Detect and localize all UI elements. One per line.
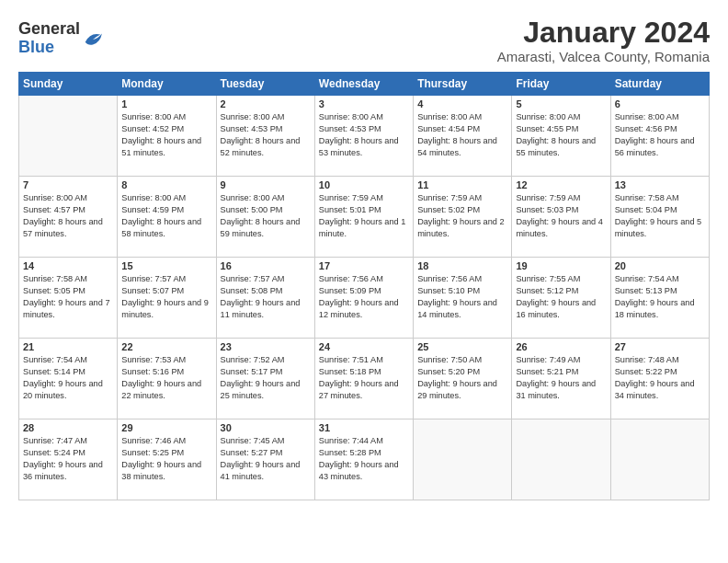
day-info: Sunrise: 7:53 AMSunset: 5:16 PMDaylight:…: [121, 354, 211, 402]
week-row-4: 21Sunrise: 7:54 AMSunset: 5:14 PMDayligh…: [19, 339, 710, 419]
calendar-cell: 13Sunrise: 7:58 AMSunset: 5:04 PMDayligh…: [610, 177, 709, 258]
logo: General Blue: [18, 20, 103, 57]
calendar-cell: 7Sunrise: 8:00 AMSunset: 4:57 PMDaylight…: [19, 177, 118, 258]
day-number: 1: [121, 98, 211, 109]
calendar-cell: 4Sunrise: 8:00 AMSunset: 4:54 PMDaylight…: [414, 96, 512, 177]
calendar-cell: 22Sunrise: 7:53 AMSunset: 5:16 PMDayligh…: [118, 339, 216, 419]
calendar-cell: [512, 419, 610, 500]
day-info: Sunrise: 7:58 AMSunset: 5:04 PMDaylight:…: [615, 192, 705, 240]
calendar-cell: 14Sunrise: 7:58 AMSunset: 5:05 PMDayligh…: [19, 258, 118, 339]
day-info: Sunrise: 8:00 AMSunset: 5:00 PMDaylight:…: [221, 192, 311, 240]
day-info: Sunrise: 7:58 AMSunset: 5:05 PMDaylight:…: [23, 273, 113, 321]
week-row-1: 1Sunrise: 8:00 AMSunset: 4:52 PMDaylight…: [19, 96, 710, 177]
day-number: 25: [417, 341, 507, 352]
calendar-cell: 3Sunrise: 8:00 AMSunset: 4:53 PMDaylight…: [314, 96, 413, 177]
calendar-cell: 11Sunrise: 7:59 AMSunset: 5:02 PMDayligh…: [414, 177, 512, 258]
weekday-header-row: SundayMondayTuesdayWednesdayThursdayFrid…: [19, 73, 710, 96]
calendar-cell: 26Sunrise: 7:49 AMSunset: 5:21 PMDayligh…: [512, 339, 610, 419]
day-number: 18: [417, 260, 507, 271]
calendar-cell: [414, 419, 512, 500]
calendar-cell: 12Sunrise: 7:59 AMSunset: 5:03 PMDayligh…: [512, 177, 610, 258]
day-info: Sunrise: 7:54 AMSunset: 5:14 PMDaylight:…: [23, 354, 113, 402]
week-row-3: 14Sunrise: 7:58 AMSunset: 5:05 PMDayligh…: [19, 258, 710, 339]
day-info: Sunrise: 8:00 AMSunset: 4:53 PMDaylight:…: [221, 111, 311, 159]
weekday-header-wednesday: Wednesday: [314, 73, 413, 96]
weekday-header-sunday: Sunday: [19, 73, 118, 96]
day-number: 17: [319, 260, 409, 271]
week-row-5: 28Sunrise: 7:47 AMSunset: 5:24 PMDayligh…: [19, 419, 710, 500]
weekday-header-saturday: Saturday: [610, 73, 709, 96]
day-info: Sunrise: 8:00 AMSunset: 4:53 PMDaylight:…: [319, 111, 409, 159]
calendar-cell: 28Sunrise: 7:47 AMSunset: 5:24 PMDayligh…: [19, 419, 118, 500]
day-number: 9: [221, 179, 311, 190]
day-number: 20: [615, 260, 705, 271]
day-info: Sunrise: 7:44 AMSunset: 5:28 PMDaylight:…: [319, 435, 409, 483]
weekday-header-tuesday: Tuesday: [216, 73, 314, 96]
day-info: Sunrise: 7:57 AMSunset: 5:08 PMDaylight:…: [221, 273, 311, 321]
calendar-cell: 1Sunrise: 8:00 AMSunset: 4:52 PMDaylight…: [118, 96, 216, 177]
calendar-cell: 25Sunrise: 7:50 AMSunset: 5:20 PMDayligh…: [414, 339, 512, 419]
calendar-cell: 6Sunrise: 8:00 AMSunset: 4:56 PMDaylight…: [610, 96, 709, 177]
calendar-cell: 24Sunrise: 7:51 AMSunset: 5:18 PMDayligh…: [314, 339, 413, 419]
calendar-cell: 17Sunrise: 7:56 AMSunset: 5:09 PMDayligh…: [314, 258, 413, 339]
calendar-cell: 23Sunrise: 7:52 AMSunset: 5:17 PMDayligh…: [216, 339, 314, 419]
day-number: 23: [221, 341, 311, 352]
day-number: 12: [516, 179, 606, 190]
day-number: 16: [221, 260, 311, 271]
weekday-header-thursday: Thursday: [414, 73, 512, 96]
page: General Blue January 2024 Amarasti, Valc…: [0, 0, 728, 563]
logo-bird-icon: [83, 29, 103, 50]
weekday-header-friday: Friday: [512, 73, 610, 96]
day-number: 21: [23, 341, 113, 352]
calendar-cell: 16Sunrise: 7:57 AMSunset: 5:08 PMDayligh…: [216, 258, 314, 339]
day-number: 7: [23, 179, 113, 190]
day-info: Sunrise: 7:52 AMSunset: 5:17 PMDaylight:…: [221, 354, 311, 402]
day-number: 29: [121, 422, 211, 433]
calendar-cell: 9Sunrise: 8:00 AMSunset: 5:00 PMDaylight…: [216, 177, 314, 258]
day-info: Sunrise: 8:00 AMSunset: 4:56 PMDaylight:…: [615, 111, 705, 159]
day-info: Sunrise: 8:00 AMSunset: 4:52 PMDaylight:…: [121, 111, 211, 159]
calendar-table: SundayMondayTuesdayWednesdayThursdayFrid…: [18, 72, 710, 500]
calendar-cell: 20Sunrise: 7:54 AMSunset: 5:13 PMDayligh…: [610, 258, 709, 339]
logo-general-text: General: [18, 20, 80, 39]
calendar-cell: 30Sunrise: 7:45 AMSunset: 5:27 PMDayligh…: [216, 419, 314, 500]
calendar-cell: 5Sunrise: 8:00 AMSunset: 4:55 PMDaylight…: [512, 96, 610, 177]
calendar-cell: 10Sunrise: 7:59 AMSunset: 5:01 PMDayligh…: [314, 177, 413, 258]
day-number: 8: [121, 179, 211, 190]
day-number: 26: [516, 341, 606, 352]
calendar-cell: 27Sunrise: 7:48 AMSunset: 5:22 PMDayligh…: [610, 339, 709, 419]
day-info: Sunrise: 7:59 AMSunset: 5:02 PMDaylight:…: [417, 192, 507, 240]
day-number: 10: [319, 179, 409, 190]
calendar-cell: [19, 96, 118, 177]
calendar-cell: 19Sunrise: 7:55 AMSunset: 5:12 PMDayligh…: [512, 258, 610, 339]
day-number: 3: [319, 98, 409, 109]
month-title: January 2024: [497, 17, 710, 49]
day-number: 24: [319, 341, 409, 352]
day-number: 13: [615, 179, 705, 190]
calendar-cell: 29Sunrise: 7:46 AMSunset: 5:25 PMDayligh…: [118, 419, 216, 500]
day-info: Sunrise: 7:56 AMSunset: 5:09 PMDaylight:…: [319, 273, 409, 321]
day-number: 5: [516, 98, 606, 109]
day-number: 27: [615, 341, 705, 352]
weekday-header-monday: Monday: [118, 73, 216, 96]
day-info: Sunrise: 7:59 AMSunset: 5:01 PMDaylight:…: [319, 192, 409, 240]
calendar-cell: 18Sunrise: 7:56 AMSunset: 5:10 PMDayligh…: [414, 258, 512, 339]
day-number: 15: [121, 260, 211, 271]
day-number: 11: [417, 179, 507, 190]
day-number: 22: [121, 341, 211, 352]
day-number: 14: [23, 260, 113, 271]
week-row-2: 7Sunrise: 8:00 AMSunset: 4:57 PMDaylight…: [19, 177, 710, 258]
day-info: Sunrise: 8:00 AMSunset: 4:55 PMDaylight:…: [516, 111, 606, 159]
day-info: Sunrise: 7:59 AMSunset: 5:03 PMDaylight:…: [516, 192, 606, 240]
day-info: Sunrise: 7:48 AMSunset: 5:22 PMDaylight:…: [615, 354, 705, 402]
day-info: Sunrise: 8:00 AMSunset: 4:54 PMDaylight:…: [417, 111, 507, 159]
day-number: 19: [516, 260, 606, 271]
day-info: Sunrise: 7:57 AMSunset: 5:07 PMDaylight:…: [121, 273, 211, 321]
day-info: Sunrise: 7:55 AMSunset: 5:12 PMDaylight:…: [516, 273, 606, 321]
calendar-cell: 8Sunrise: 8:00 AMSunset: 4:59 PMDaylight…: [118, 177, 216, 258]
title-block: January 2024 Amarasti, Valcea County, Ro…: [497, 17, 710, 64]
logo-blue-text: Blue: [18, 39, 80, 57]
day-number: 2: [221, 98, 311, 109]
day-number: 28: [23, 422, 113, 433]
day-info: Sunrise: 8:00 AMSunset: 4:59 PMDaylight:…: [121, 192, 211, 240]
